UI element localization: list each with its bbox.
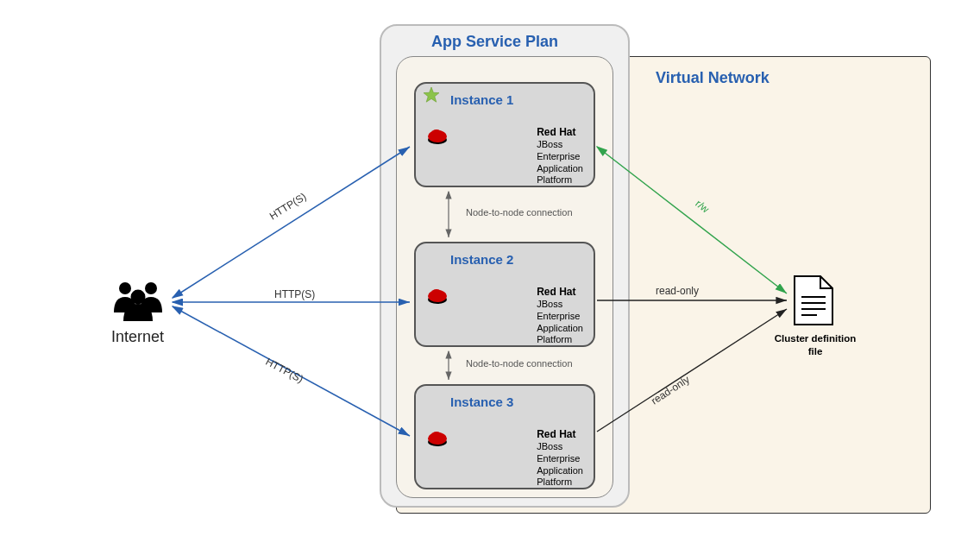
svg-point-0 xyxy=(428,136,447,144)
virtual-network-title: Virtual Network xyxy=(656,69,770,87)
vendor-name: Red Hat xyxy=(537,126,575,138)
file-label: Cluster definition file xyxy=(768,332,863,358)
instance-1-title: Instance 1 xyxy=(450,92,583,107)
edge-http-1 xyxy=(173,147,410,298)
internet-label: Internet xyxy=(111,328,164,346)
instance-1-card: Instance 1 Red Hat JBoss Enterprise Appl… xyxy=(414,82,595,187)
product-line1: JBoss Enterprise xyxy=(537,139,580,161)
svg-point-12 xyxy=(131,290,146,305)
file-label-l2: file xyxy=(808,346,823,357)
product-line2: Application Platform xyxy=(537,163,583,186)
diagram-root: Virtual Network App Service Plan Instanc… xyxy=(0,0,980,549)
svg-point-11 xyxy=(145,282,157,294)
svg-point-1 xyxy=(428,130,447,142)
edge-label-node-2: Node-to-node connection xyxy=(466,358,573,369)
edge-label-http-1: HTTP(S) xyxy=(267,191,309,223)
file-icon xyxy=(791,274,980,549)
instance-1-vendor-text: Red Hat JBoss Enterprise Application Pla… xyxy=(537,126,583,186)
svg-point-2 xyxy=(431,129,442,136)
edge-label-ro-1: read-only xyxy=(656,285,699,297)
file-label-l1: Cluster definition xyxy=(775,333,857,344)
svg-point-10 xyxy=(119,282,131,294)
edge-label-http-2: HTTP(S) xyxy=(274,288,315,300)
edge-label-node-1: Node-to-node connection xyxy=(466,207,573,218)
app-service-plan-title: App Service Plan xyxy=(431,33,558,51)
instance-2-title: Instance 2 xyxy=(450,252,583,267)
